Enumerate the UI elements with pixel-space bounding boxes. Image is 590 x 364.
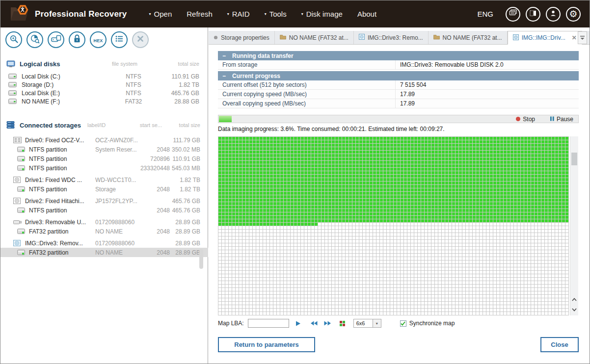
storage-start-sector: 720896 [138, 156, 170, 162]
hex-icon: HEX [93, 35, 103, 44]
menu-disk-image[interactable]: ▾Disk image [301, 10, 343, 18]
synchronize-map-checkbox[interactable] [400, 320, 406, 327]
disk-name: Storage (D:) [22, 81, 106, 88]
storage-drive-row[interactable]: Drive0: Fixed OCZ-V...OCZ-AWNZ0F...111.7… [0, 135, 208, 145]
menu-raid[interactable]: ▾RAID [227, 10, 250, 18]
map-scale-dropdown[interactable]: 6x6 ▼ [353, 319, 381, 328]
menu-tools[interactable]: ▾Tools [265, 10, 287, 18]
chevron-down-icon [572, 308, 577, 312]
logical-disk-row[interactable]: Local Disk (E:)NTFS465.76 GB [0, 89, 208, 97]
column-start-sector: start se... [131, 122, 162, 128]
return-to-parameters-button[interactable]: Return to parameters [218, 337, 315, 352]
partition-icon [17, 208, 26, 213]
lock-button[interactable] [69, 31, 85, 48]
drive-hdd-icon [13, 177, 22, 183]
tab-2[interactable]: NO NAME (FAT32 at... [275, 31, 354, 44]
tab-label: IMG::Drive3: Remo... [368, 34, 423, 41]
pause-label: Pause [557, 116, 573, 123]
map-scroll-down-button[interactable] [570, 305, 578, 314]
storage-partition-row[interactable]: NTFS partitionSystem Reser...2048350.02 … [0, 145, 208, 154]
section-current-progress[interactable]: − Current progress [218, 71, 579, 80]
storage-partition-row[interactable]: NTFS partition2048465.76 GB [0, 206, 208, 215]
clone-button[interactable] [48, 31, 64, 48]
storage-partition-row[interactable]: NTFS partitionStorage20481.82 TB [0, 184, 208, 194]
panels-button[interactable] [526, 7, 540, 22]
storage-drive-row[interactable]: Drive2: Fixed Hitachi...JP1572FL2YP...46… [0, 196, 208, 206]
map-scrollbar-thumb[interactable] [571, 153, 577, 165]
tab-overflow-button[interactable] [578, 31, 587, 44]
property-value: 7 515 504 [396, 80, 426, 89]
tab-5[interactable]: IMG::IMG::Driv...✕ [508, 31, 582, 45]
pause-button[interactable]: Pause [550, 115, 573, 123]
collapse-icon[interactable]: − [222, 73, 226, 79]
map-legend-button[interactable] [340, 321, 345, 326]
storage-partition-row[interactable]: FAT32 partitionNO NAME204828.89 GB [0, 227, 208, 236]
scan-icon [30, 34, 40, 46]
tab-drive-icon [513, 34, 519, 42]
menu-about[interactable]: About [357, 10, 376, 18]
storage-partition-row[interactable]: NTFS partition233320448545.03 MB [0, 163, 208, 173]
close-task-button[interactable] [132, 31, 149, 48]
tab-3[interactable]: IMG::Drive3: Remo... [354, 31, 429, 44]
main-menu: ▾OpenRefresh▾RAID▾Tools▾Disk imageAbout [149, 10, 377, 18]
server-stack-icon [6, 121, 15, 129]
user-button[interactable] [546, 7, 561, 22]
task-panel: Storage propertiesNO NAME (FAT32 at...IM… [209, 27, 590, 364]
dropdown-arrow-icon[interactable]: ▼ [373, 319, 381, 328]
map-goto-button[interactable] [295, 321, 301, 326]
map-scroll-up-button[interactable] [570, 294, 578, 304]
logical-disk-row[interactable]: Local Disk (C:)NTFS110.91 GB [0, 72, 208, 80]
logical-disk-row[interactable]: NO NAME (F:)FAT3228.88 GB [0, 97, 208, 105]
app-logo-icon [7, 3, 30, 26]
folder-icon [280, 34, 286, 41]
storage-partition-row[interactable]: NTFS partition720896110.91 GB [0, 154, 208, 163]
map-jump-back-button[interactable] [310, 321, 318, 326]
synchronize-map-label: Synchronize map [409, 320, 455, 327]
progress-properties-table: Current offset (512 byte sectors)7 515 5… [218, 80, 579, 108]
language-selector[interactable]: ENG [477, 10, 493, 18]
tab-label: NO NAME (FAT32 at... [443, 34, 502, 41]
storage-name: FAT32 partition [29, 249, 95, 256]
checkmark-icon [401, 321, 405, 326]
fast-forward-icon [324, 321, 331, 326]
settings-button[interactable]: ⚙ [566, 7, 581, 22]
list-button[interactable] [111, 31, 128, 48]
logical-disk-row[interactable]: Storage (D:)NTFS1.82 TB [0, 80, 208, 89]
storage-drive-row[interactable]: Drive1: Fixed WDC ...WD-WCC1T0...1.82 TB [0, 175, 208, 184]
menu-label: About [357, 10, 376, 18]
storage-label: JP1572FL2YP... [95, 198, 138, 205]
menu-refresh[interactable]: Refresh [187, 10, 213, 18]
left-panel-scrollbar-thumb[interactable] [199, 249, 203, 269]
tab-1[interactable]: Storage properties [209, 31, 275, 44]
sector-map[interactable] [218, 136, 569, 315]
close-button[interactable]: Close [540, 337, 579, 352]
storage-drive-row[interactable]: Drive3: Removable U...01720988806028.89 … [0, 217, 208, 227]
storage-drive-row[interactable]: IMG::Drive3: Remov...01720988806028.89 G… [0, 238, 208, 248]
disk-size: 110.91 GB [161, 73, 208, 80]
collapse-icon[interactable]: − [222, 52, 226, 59]
property-row: Current offset (512 byte sectors)7 515 5… [218, 80, 579, 90]
search-button[interactable] [5, 31, 22, 48]
storage-size: 350.02 MB [170, 146, 208, 153]
section-running-data-transfer[interactable]: − Running data transfer [218, 51, 579, 60]
menu-open[interactable]: ▾Open [149, 10, 172, 18]
map-lba-input[interactable] [248, 319, 289, 328]
storage-partition-row[interactable]: FAT32 partitionNO NAME204828.89 GB [0, 248, 208, 257]
color-grid-icon [340, 321, 345, 326]
map-scrollbar[interactable] [570, 136, 578, 315]
disk-name: Local Disk (C:) [22, 73, 106, 80]
map-jump-forward-button[interactable] [324, 321, 331, 326]
partition-icon [17, 250, 26, 255]
menu-dropdown-arrow-icon: ▾ [227, 12, 229, 16]
storage-size: 1.82 TB [170, 186, 208, 193]
drive-usb-icon [13, 220, 22, 225]
messages-button[interactable] [506, 7, 520, 22]
hex-button[interactable]: HEX [90, 31, 107, 48]
search-icon [9, 34, 19, 46]
stop-button[interactable]: Stop [516, 115, 535, 123]
scan-button[interactable] [27, 31, 43, 48]
tab-4[interactable]: NO NAME (FAT32 at... [429, 31, 508, 44]
tab-close-icon[interactable]: ✕ [572, 34, 577, 41]
progress-bar-fill [219, 116, 232, 122]
disk-name: Local Disk (E:) [22, 90, 106, 97]
